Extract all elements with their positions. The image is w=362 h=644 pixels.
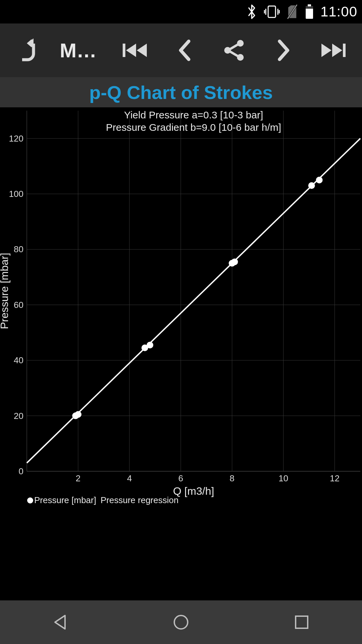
svg-rect-29 bbox=[296, 616, 308, 628]
y-axis-label: Pressure [mbar] bbox=[0, 253, 10, 329]
app-toolbar: M… bbox=[0, 23, 362, 77]
prev-button[interactable] bbox=[166, 34, 203, 67]
data-point bbox=[146, 342, 153, 348]
svg-point-28 bbox=[174, 615, 188, 629]
page-title: p-Q Chart of Strokes bbox=[89, 82, 273, 103]
back-button[interactable] bbox=[10, 34, 47, 67]
svg-line-10 bbox=[230, 45, 238, 49]
svg-rect-6 bbox=[123, 44, 125, 57]
y-tick-label: 0 bbox=[19, 466, 23, 476]
data-point bbox=[231, 259, 238, 265]
pq-chart[interactable]: 24681012020406080100120Yield Pressure a=… bbox=[0, 107, 362, 510]
svg-line-11 bbox=[230, 52, 238, 56]
x-tick-label: 4 bbox=[127, 473, 132, 483]
system-nav-bar bbox=[0, 600, 362, 644]
x-tick-label: 6 bbox=[178, 473, 183, 483]
y-tick-label: 80 bbox=[14, 244, 23, 254]
svg-rect-12 bbox=[343, 44, 346, 57]
chart-subtitle-1: Yield Pressure a=0.3 [10-3 bar] bbox=[124, 109, 263, 120]
y-tick-label: 100 bbox=[9, 189, 23, 199]
skip-forward-button[interactable] bbox=[315, 34, 352, 67]
status-bar: 11:00 bbox=[0, 0, 362, 23]
x-tick-label: 10 bbox=[279, 473, 288, 483]
next-button[interactable] bbox=[265, 34, 302, 67]
chart-subtitle-2: Pressure Gradient b=9.0 [10-6 bar h/m] bbox=[106, 122, 281, 133]
page-title-bar: p-Q Chart of Strokes bbox=[0, 77, 362, 107]
bluetooth-icon bbox=[246, 4, 257, 19]
no-sim-icon bbox=[286, 4, 298, 19]
menu-label[interactable]: M… bbox=[60, 39, 103, 62]
nav-home-button[interactable] bbox=[147, 605, 215, 639]
y-tick-label: 40 bbox=[14, 355, 23, 365]
x-axis-label: Q [m3/h] bbox=[173, 485, 214, 497]
legend-label-points: Pressure [mbar] bbox=[34, 495, 96, 505]
y-tick-label: 120 bbox=[9, 133, 23, 144]
chart-container: 24681012020406080100120Yield Pressure a=… bbox=[0, 107, 362, 607]
legend-marker-points bbox=[27, 497, 33, 503]
legend-label-line: Pressure regression bbox=[101, 495, 179, 505]
skip-back-button[interactable] bbox=[116, 34, 153, 67]
status-time: 11:00 bbox=[320, 4, 357, 20]
battery-icon bbox=[304, 4, 314, 19]
data-point bbox=[316, 177, 323, 183]
nav-recent-button[interactable] bbox=[268, 605, 335, 639]
svg-rect-4 bbox=[306, 6, 313, 9]
y-tick-label: 60 bbox=[14, 300, 23, 310]
data-point bbox=[75, 411, 81, 418]
data-point bbox=[308, 182, 315, 189]
x-tick-label: 2 bbox=[76, 473, 80, 483]
share-button[interactable] bbox=[216, 34, 252, 67]
svg-rect-5 bbox=[308, 4, 311, 6]
vibrate-icon bbox=[263, 4, 280, 19]
x-tick-label: 8 bbox=[230, 473, 234, 483]
y-tick-label: 20 bbox=[14, 411, 23, 421]
nav-back-button[interactable] bbox=[27, 605, 94, 639]
svg-rect-0 bbox=[268, 6, 276, 17]
x-tick-label: 12 bbox=[330, 473, 340, 483]
